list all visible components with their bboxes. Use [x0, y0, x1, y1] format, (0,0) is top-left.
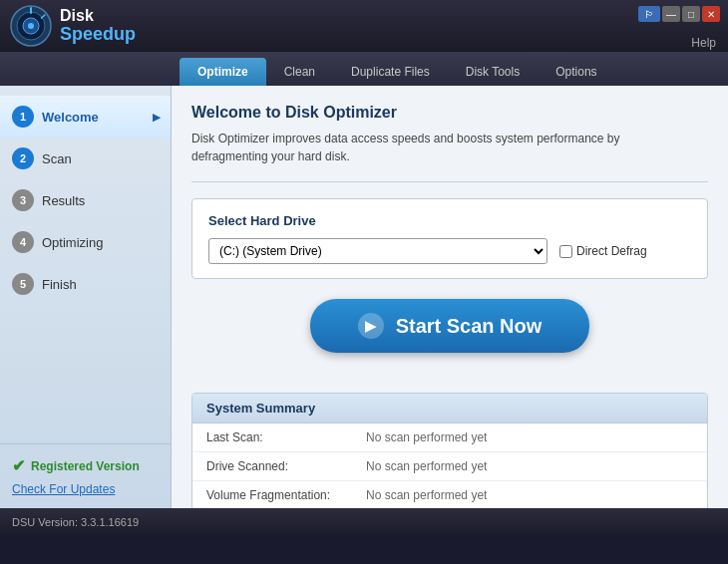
summary-value-last-scan: No scan performed yet: [352, 423, 707, 452]
content-description: Disk Optimizer improves data access spee…: [191, 130, 670, 165]
sidebar-item-finish[interactable]: 5 Finish: [0, 263, 171, 305]
sidebar-item-scan-label: Scan: [42, 151, 72, 166]
logo-speedup-text: Speedup: [60, 25, 136, 45]
sidebar-item-scan[interactable]: 2 Scan: [0, 138, 171, 179]
summary-value-drive-scanned: No scan performed yet: [352, 452, 707, 481]
logo-disk-text: Disk: [60, 7, 136, 25]
summary-value-volume-frag: No scan performed yet: [352, 481, 707, 509]
content-divider: [191, 181, 708, 182]
summary-label-drive-scanned: Drive Scanned:: [192, 452, 352, 481]
direct-defrag-checkbox[interactable]: [559, 245, 572, 258]
logo-text: Disk Speedup: [60, 7, 136, 44]
summary-label-last-scan: Last Scan:: [192, 423, 352, 452]
step-5-circle: 5: [12, 273, 34, 295]
nav-bar: Optimize Clean Duplicate Files Disk Tool…: [0, 52, 728, 86]
select-drive-label: Select Hard Drive: [208, 213, 691, 228]
tab-options[interactable]: Options: [538, 58, 614, 86]
status-bar: DSU Version: 3.3.1.16619: [0, 508, 728, 536]
direct-defrag-label[interactable]: Direct Defrag: [559, 244, 647, 258]
drive-select[interactable]: (C:) (System Drive): [208, 238, 547, 264]
maximize-button[interactable]: □: [682, 6, 700, 22]
content-area: Welcome to Disk Optimizer Disk Optimizer…: [172, 86, 728, 508]
table-row: Drive Scanned: No scan performed yet: [192, 452, 707, 481]
drive-controls: (C:) (System Drive) Direct Defrag: [208, 238, 691, 264]
step-4-circle: 4: [12, 231, 34, 253]
step-2-circle: 2: [12, 147, 34, 169]
sidebar-item-optimizing[interactable]: 4 Optimizing: [0, 221, 171, 263]
tab-duplicate-files[interactable]: Duplicate Files: [333, 58, 448, 86]
tab-disk-tools[interactable]: Disk Tools: [448, 58, 538, 86]
svg-point-3: [28, 23, 34, 29]
registered-badge: ✔ Registered Version: [12, 456, 159, 475]
title-bar: Disk Speedup 🏳 — □ ✕ Help: [0, 0, 728, 52]
version-text: DSU Version: 3.3.1.16619: [12, 516, 139, 528]
tab-optimize[interactable]: Optimize: [180, 58, 266, 86]
step-3-circle: 3: [12, 189, 34, 211]
sidebar-item-welcome[interactable]: 1 Welcome: [0, 96, 171, 138]
start-scan-button[interactable]: ▶ Start Scan Now: [310, 299, 590, 353]
system-summary-box: System Summary Last Scan: No scan perfor…: [191, 393, 708, 508]
check-updates-link[interactable]: Check For Updates: [12, 482, 115, 496]
step-1-circle: 1: [12, 106, 34, 128]
main-layout: 1 Welcome 2 Scan 3 Results 4 Optimizing …: [0, 86, 728, 508]
sidebar-item-results-label: Results: [42, 193, 85, 208]
sidebar-bottom: ✔ Registered Version Check For Updates: [0, 443, 171, 508]
sidebar-item-results[interactable]: 3 Results: [0, 179, 171, 221]
play-icon: ▶: [358, 313, 384, 339]
tab-clean[interactable]: Clean: [266, 58, 333, 86]
flag-button[interactable]: 🏳: [638, 6, 660, 22]
sidebar-item-optimizing-label: Optimizing: [42, 235, 103, 250]
logo-icon: [10, 5, 52, 47]
sidebar-item-welcome-label: Welcome: [42, 110, 99, 125]
summary-table: Last Scan: No scan performed yet Drive S…: [192, 423, 707, 508]
sidebar: 1 Welcome 2 Scan 3 Results 4 Optimizing …: [0, 86, 172, 508]
help-link[interactable]: Help: [691, 36, 716, 50]
direct-defrag-text: Direct Defrag: [576, 244, 647, 258]
close-button[interactable]: ✕: [702, 6, 720, 22]
minimize-button[interactable]: —: [662, 6, 680, 22]
start-scan-label: Start Scan Now: [396, 315, 543, 338]
window-controls: 🏳 — □ ✕: [638, 6, 720, 22]
sidebar-item-finish-label: Finish: [42, 277, 77, 292]
page-title: Welcome to Disk Optimizer: [191, 104, 708, 122]
summary-label-volume-frag: Volume Fragmentation:: [192, 481, 352, 509]
summary-header: System Summary: [192, 394, 707, 423]
table-row: Last Scan: No scan performed yet: [192, 423, 707, 452]
table-row: Volume Fragmentation: No scan performed …: [192, 481, 707, 509]
check-circle-icon: ✔: [12, 456, 25, 475]
select-drive-box: Select Hard Drive (C:) (System Drive) Di…: [191, 198, 708, 279]
registered-label: Registered Version: [31, 459, 140, 473]
logo-area: Disk Speedup: [10, 5, 136, 47]
scan-btn-wrapper: ▶ Start Scan Now: [191, 299, 708, 373]
